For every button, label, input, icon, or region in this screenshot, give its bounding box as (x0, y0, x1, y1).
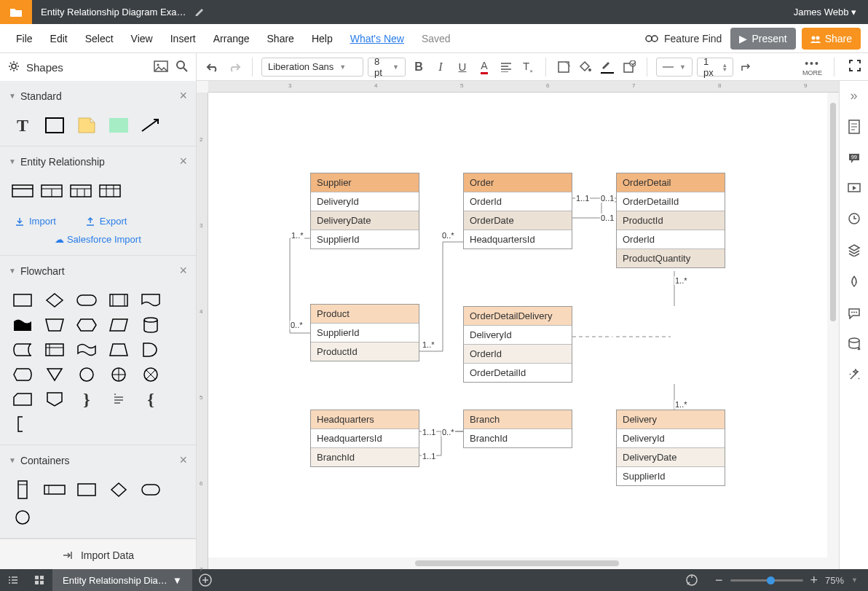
menu-help[interactable]: Help (303, 33, 342, 44)
shape-er4[interactable] (99, 182, 121, 200)
fc-invdoc[interactable] (12, 316, 33, 334)
fc-diamond[interactable] (44, 291, 66, 309)
linestyle-select[interactable]: ▼ (656, 58, 693, 77)
feature-find[interactable]: Feature Find (645, 33, 730, 44)
undo-icon[interactable] (204, 58, 221, 76)
target-icon[interactable] (679, 574, 705, 587)
italic-icon[interactable]: I (432, 58, 449, 76)
present-icon[interactable] (848, 182, 861, 196)
fc-brace-r[interactable]: } (76, 391, 98, 408)
shape-block[interactable] (108, 117, 130, 134)
zoom-in[interactable]: + (810, 573, 818, 588)
fc-or[interactable] (140, 366, 162, 383)
close-icon[interactable]: × (179, 154, 187, 169)
zoom-value[interactable]: 75% (825, 575, 844, 586)
fc-and[interactable] (140, 341, 162, 359)
present-button[interactable]: ▶ Present (730, 28, 795, 50)
fc-hex[interactable] (76, 316, 98, 334)
close-icon[interactable]: × (179, 263, 187, 278)
comment-icon[interactable]: 99 (848, 152, 861, 166)
cont-4[interactable] (108, 481, 130, 498)
scrollbar-horizontal[interactable] (415, 560, 619, 566)
section-containers[interactable]: ▼Containers× (0, 445, 196, 475)
gear-icon[interactable] (7, 60, 20, 75)
cont-6[interactable] (12, 509, 33, 526)
shape-arrow[interactable] (140, 117, 162, 134)
zoom-out[interactable]: − (715, 573, 723, 588)
fc-sum[interactable] (108, 366, 130, 383)
linecolor-icon[interactable] (599, 58, 616, 76)
redo-icon[interactable] (226, 58, 243, 76)
linewidth-select[interactable]: 1 px▴▾ (697, 58, 733, 77)
fc-internal[interactable] (44, 341, 66, 359)
fc-brace-l[interactable]: { (140, 391, 162, 408)
history-icon[interactable] (848, 212, 861, 227)
page-icon[interactable] (848, 120, 861, 136)
user-menu[interactable]: James Webb ▾ (782, 7, 868, 17)
shape-er3[interactable] (70, 182, 92, 200)
cont-1[interactable] (12, 481, 33, 498)
document-title[interactable]: Entity Relationship Diagram Exa… (32, 7, 194, 17)
entity-orderdetail[interactable]: OrderDetailOrderDetailIdProductIdOrderId… (616, 173, 725, 268)
fullscreen-icon[interactable] (849, 60, 861, 74)
fc-doc[interactable] (140, 291, 162, 309)
menu-select[interactable]: Select (76, 33, 122, 44)
fc-card[interactable] (12, 391, 33, 408)
share-button[interactable]: Share (802, 28, 861, 50)
add-page-icon[interactable] (192, 574, 218, 587)
layers-icon[interactable] (848, 243, 861, 259)
magic-icon[interactable] (848, 369, 861, 384)
fc-para[interactable] (108, 316, 130, 334)
textcolor-icon[interactable]: A (476, 58, 493, 76)
shape-er1[interactable] (12, 182, 33, 200)
image-icon[interactable] (154, 60, 168, 74)
scrollbar-vertical[interactable] (830, 103, 836, 321)
more-button[interactable]: •••MORE (800, 58, 825, 77)
fc-annotation[interactable] (12, 415, 33, 433)
section-standard[interactable]: ▼Standard× (0, 81, 196, 111)
entity-product[interactable]: ProductSupplierIdProductId (310, 304, 419, 361)
entity-supplier[interactable]: SupplierDeliveryIdDeliveryDateSupplierId (310, 173, 419, 249)
font-select[interactable]: Liberation Sans▼ (261, 58, 363, 77)
shape-er2[interactable] (41, 182, 63, 200)
cont-5[interactable] (140, 481, 162, 498)
outline-icon[interactable] (0, 575, 26, 585)
connector-icon[interactable] (738, 58, 755, 76)
shape-rect-icon[interactable] (555, 58, 572, 76)
cont-3[interactable] (76, 481, 98, 498)
drop-icon[interactable] (848, 275, 860, 291)
shape-note[interactable] (76, 117, 98, 134)
close-icon[interactable]: × (179, 453, 187, 468)
shape-text[interactable]: T (12, 117, 33, 134)
fc-terminator[interactable] (76, 291, 98, 309)
pencil-icon[interactable] (194, 6, 205, 18)
data-icon[interactable] (848, 337, 861, 353)
entity-order[interactable]: OrderOrderIdOrderDateHeadquartersId (463, 173, 572, 249)
cont-2[interactable] (44, 481, 66, 498)
grid-icon[interactable] (26, 575, 52, 585)
import-data-button[interactable]: Import Data (0, 539, 196, 569)
clearformat-icon[interactable]: T× (519, 58, 537, 76)
close-icon[interactable]: × (179, 88, 187, 103)
search-icon[interactable] (175, 60, 189, 75)
menu-file[interactable]: File (7, 33, 42, 44)
fc-cyl[interactable] (140, 316, 162, 334)
fc-merge[interactable] (44, 366, 66, 383)
fc-predef[interactable] (108, 291, 130, 309)
shape-rect[interactable] (44, 117, 66, 134)
page-tab[interactable]: Entity Relationship Dia… ▼ (52, 569, 192, 591)
salesforce-import-link[interactable]: ☁ Salesforce Import (0, 231, 196, 255)
menu-insert[interactable]: Insert (162, 33, 205, 44)
shapelib-icon[interactable] (620, 58, 638, 76)
align-icon[interactable] (497, 58, 515, 76)
fc-trap[interactable] (108, 341, 130, 359)
fc-note[interactable] (108, 391, 130, 408)
bold-icon[interactable]: B (410, 58, 427, 76)
fc-manual[interactable] (44, 316, 66, 334)
fontsize-select[interactable]: 8 pt▼ (368, 58, 406, 77)
menu-edit[interactable]: Edit (42, 33, 76, 44)
entity-branch[interactable]: BranchBranchId (463, 410, 572, 448)
folder-icon[interactable] (0, 0, 32, 24)
underline-icon[interactable]: U (454, 58, 471, 76)
fc-rect[interactable] (12, 291, 33, 309)
